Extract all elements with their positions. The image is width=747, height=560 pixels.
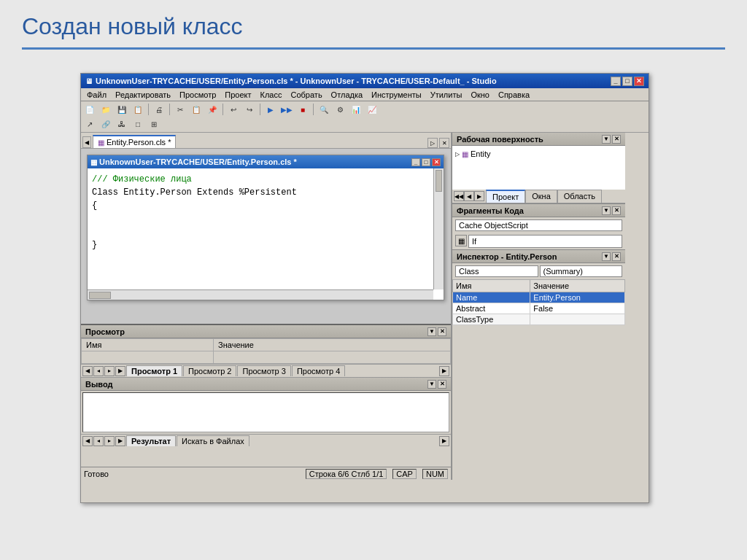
fragments-language-dropdown[interactable]: Cache ObjectScript Cache Basic HTML Java… xyxy=(455,219,622,231)
code-minimize-button[interactable]: _ xyxy=(411,158,420,166)
nav-first[interactable]: ◀◀ xyxy=(454,191,464,201)
preview-tab-2[interactable]: Просмотр 2 xyxy=(183,365,236,376)
code-scrollbar-thumb[interactable] xyxy=(436,170,442,192)
toolbar-copy[interactable]: 📋 xyxy=(189,103,204,116)
fragments-icon-btn[interactable]: ▦ xyxy=(455,235,467,246)
nav-tab-area[interactable]: Область xyxy=(557,190,602,203)
output-tab-nav-right2[interactable]: ▶ xyxy=(115,436,125,446)
code-window-icon: ▦ xyxy=(90,158,97,166)
menu-window[interactable]: Окно xyxy=(466,90,494,100)
output-tab-result[interactable]: Результат xyxy=(126,435,176,446)
inspector-pin-button[interactable]: ▼ xyxy=(602,252,611,261)
code-vertical-scrollbar[interactable] xyxy=(433,168,444,289)
menu-build[interactable]: Собрать xyxy=(286,90,326,100)
fragments-pin-button[interactable]: ▼ xyxy=(602,206,611,215)
toolbar-compile2[interactable]: ▶▶ xyxy=(279,103,294,116)
nav-prev[interactable]: ◀ xyxy=(464,191,474,201)
close-button[interactable]: ✕ xyxy=(634,77,644,86)
menu-class[interactable]: Класс xyxy=(256,90,287,100)
inspector-header-label: Инспектор - Entity.Person xyxy=(457,252,557,261)
toolbar-save-all[interactable]: 📋 xyxy=(131,103,145,116)
inspector-class-dropdown[interactable]: Class xyxy=(455,265,538,277)
output-tab-search[interactable]: Искать в Файлах xyxy=(177,435,249,446)
inspector-table: Имя Значение Name Entity.Person Abstract… xyxy=(452,279,625,325)
code-line-2: Class Entity.Person Extends %Persistent xyxy=(92,186,432,199)
nav-tab-project[interactable]: Проект xyxy=(486,190,525,203)
preview-tab-nav-right[interactable]: ▸ xyxy=(104,366,115,376)
inspector-row-name[interactable]: Name Entity.Person xyxy=(453,292,625,303)
output-close-button[interactable]: ✕ xyxy=(438,380,446,389)
menu-utilities[interactable]: Утилиты xyxy=(426,90,467,100)
preview-tab-nav-right2[interactable]: ▶ xyxy=(115,366,125,376)
nav-tab-windows[interactable]: Окна xyxy=(525,190,557,203)
output-tab-nav-right[interactable]: ▸ xyxy=(104,436,115,446)
output-tab-nav-left[interactable]: ◀ xyxy=(82,436,93,446)
toolbar2-btn2[interactable]: 🔗 xyxy=(98,117,113,131)
workspace-close-button[interactable]: ✕ xyxy=(612,135,621,144)
menu-project[interactable]: Проект xyxy=(220,90,255,100)
toolbar-undo[interactable]: ↩ xyxy=(226,103,241,116)
nav-next[interactable]: ▶ xyxy=(474,191,484,201)
preview-pin-button[interactable]: ▼ xyxy=(427,327,436,336)
fragments-header: Фрагменты Кода ▼ ✕ xyxy=(452,204,625,217)
code-maximize-button[interactable]: □ xyxy=(422,158,430,166)
inspector-summary-dropdown[interactable]: (Summary) xyxy=(540,265,623,277)
minimize-button[interactable]: _ xyxy=(611,77,621,86)
workspace-pin-button[interactable]: ▼ xyxy=(602,135,611,144)
toolbar-stop[interactable]: ■ xyxy=(295,103,310,116)
toolbar2-btn4[interactable]: □ xyxy=(131,117,145,131)
toolbar-btn6[interactable]: 🔍 xyxy=(317,103,331,116)
preview-tab-nav-left2[interactable]: ◂ xyxy=(93,366,104,376)
code-horizontal-scrollbar[interactable] xyxy=(88,289,433,300)
toolbar-print[interactable]: 🖨 xyxy=(152,103,166,116)
preview-tab-4[interactable]: Просмотр 4 xyxy=(292,365,345,376)
hscrollbar-thumb[interactable] xyxy=(89,292,111,299)
maximize-button[interactable]: □ xyxy=(622,77,632,86)
tab-entity-person[interactable]: ▦ Entity.Person.cls * xyxy=(93,135,176,148)
menu-view[interactable]: Просмотр xyxy=(175,90,220,100)
preview-tab-nav-end[interactable]: ▶ xyxy=(439,366,449,376)
menu-debug[interactable]: Отладка xyxy=(327,90,367,100)
preview-close-button[interactable]: ✕ xyxy=(438,327,446,336)
toolbar2-btn3[interactable]: 🖧 xyxy=(115,117,129,131)
toolbar2-btn5[interactable]: ⊞ xyxy=(147,117,161,131)
code-close-button[interactable]: ✕ xyxy=(432,158,441,166)
tab-close-x[interactable]: ✕ xyxy=(439,138,449,148)
output-tab-nav-left2[interactable]: ◂ xyxy=(93,436,104,446)
menu-help[interactable]: Справка xyxy=(494,90,534,100)
inspector-dropdowns: Class (Summary) xyxy=(452,263,625,279)
code-line-5 xyxy=(92,225,432,238)
toolbar-btn9[interactable]: 📈 xyxy=(365,103,379,116)
preview-tab-nav-left[interactable]: ◀ xyxy=(82,366,93,376)
output-content-area[interactable] xyxy=(82,392,449,432)
inspector-col-value: Значение xyxy=(530,280,625,292)
tree-item-label: Entity xyxy=(471,149,491,158)
toolbar-save[interactable]: 💾 xyxy=(115,103,129,116)
status-num: NUM xyxy=(422,469,448,479)
menu-tools[interactable]: Инструменты xyxy=(367,90,426,100)
preview-tab-1[interactable]: Просмотр 1 xyxy=(126,365,182,376)
fragments-close-button[interactable]: ✕ xyxy=(612,206,621,215)
output-tab-nav-end[interactable]: ▶ xyxy=(439,436,449,446)
toolbar-redo[interactable]: ↪ xyxy=(242,103,257,116)
toolbar-open[interactable]: 📁 xyxy=(98,103,113,116)
toolbar-new[interactable]: 📄 xyxy=(82,103,97,116)
toolbar-btn7[interactable]: ⚙ xyxy=(333,103,347,116)
preview-tab-3[interactable]: Просмотр 3 xyxy=(237,365,290,376)
toolbar-btn8[interactable]: 📊 xyxy=(349,103,363,116)
tree-item-entity[interactable]: ▷ ▦ Entity xyxy=(455,149,622,159)
code-editor[interactable]: /// Физические лица Class Entity.Person … xyxy=(88,168,444,300)
menu-file[interactable]: Файл xyxy=(82,90,111,100)
tab-nav-left[interactable]: ◀ xyxy=(82,136,91,148)
tab-float-button[interactable]: ▷ xyxy=(427,138,438,148)
inspector-row-classtype[interactable]: ClassType xyxy=(453,314,625,325)
fragments-input-row: ▦ If xyxy=(452,233,625,249)
toolbar-paste[interactable]: 📌 xyxy=(205,103,220,116)
inspector-close-button[interactable]: ✕ xyxy=(612,252,621,261)
toolbar-compile[interactable]: ▶ xyxy=(263,103,278,116)
toolbar-cut[interactable]: ✂ xyxy=(173,103,187,116)
toolbar2-btn1[interactable]: ↗ xyxy=(82,117,97,131)
menu-edit[interactable]: Редактировать xyxy=(111,90,175,100)
output-pin-button[interactable]: ▼ xyxy=(427,380,436,389)
inspector-row-abstract[interactable]: Abstract False xyxy=(453,303,625,314)
